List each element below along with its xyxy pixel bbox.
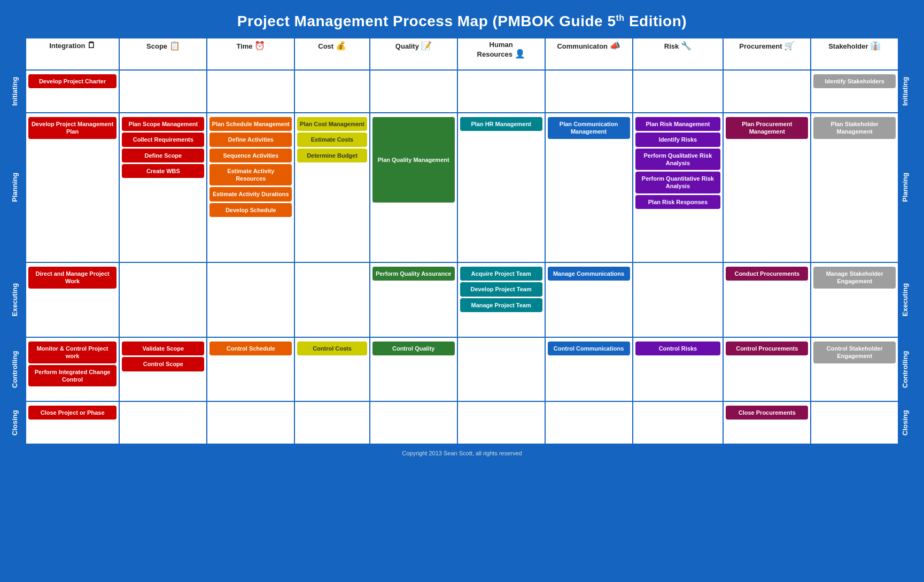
planning-cost: Plan Cost Management Estimate Costs Dete… [294, 113, 370, 262]
page-title: Project Management Process Map (PMBOK Gu… [5, 5, 919, 35]
proc-plan-cost-mgmt: Plan Cost Management [297, 117, 367, 131]
proc-define-scope: Define Scope [122, 149, 204, 162]
proc-control-scope: Control Scope [122, 357, 204, 371]
planning-integration: Develop Project Management Plan [26, 113, 120, 262]
proc-control-stakeholder-engagement: Control Stakeholder Engagement [813, 342, 896, 363]
closing-risk [633, 401, 724, 444]
header-cost: Cost 💰 [294, 38, 370, 70]
closing-quality [370, 401, 457, 444]
proc-monitor-control-project-work: Monitor & Control Project work [28, 342, 117, 363]
proc-manage-communications: Manage Communications [548, 267, 630, 281]
header-scope: Scope 📋 [119, 38, 207, 70]
planning-hr: Plan HR Management [457, 113, 545, 262]
proc-conduct-procurements: Conduct Procurements [726, 267, 808, 281]
proc-quant-risk-analysis: Perform Quantitative Risk Analysis [635, 172, 721, 193]
planning-time: Plan Schedule Management Define Activiti… [207, 113, 294, 262]
proc-validate-scope: Validate Scope [122, 342, 204, 355]
header-procurement: Procurement 🛒 [723, 38, 811, 70]
proc-develop-charter: Develop Project Charter [28, 74, 117, 88]
proc-qual-risk-analysis: Perform Qualitative Risk Analysis [635, 149, 721, 170]
initiating-integration: Develop Project Charter [26, 70, 120, 113]
closing-row: Closing Close Project or Phase Close Pro… [8, 401, 916, 444]
initiating-time [207, 70, 294, 113]
header-time: Time ⏰ [207, 38, 294, 70]
proc-plan-procurement-mgmt: Plan Procurement Management [726, 117, 808, 139]
proc-plan-stakeholder-mgmt: Plan Stakeholder Management [813, 117, 896, 139]
proc-close-procurements: Close Procurements [726, 406, 808, 420]
header-comm: Communicaton 📣 [545, 38, 633, 70]
executing-hr: Acquire Project Team Develop Project Tea… [457, 262, 545, 337]
closing-cost [294, 401, 370, 444]
controlling-stakeholder: Control Stakeholder Engagement [811, 337, 898, 401]
closing-procurement: Close Procurements [723, 401, 811, 444]
executing-time [207, 262, 294, 337]
initiating-risk [633, 70, 724, 113]
header-quality: Quality 📝 [370, 38, 457, 70]
label-planning-left: Planning [8, 113, 26, 262]
proc-estimate-costs: Estimate Costs [297, 133, 367, 146]
label-controlling-left: Controlling [8, 337, 26, 401]
proc-perform-integrated-change-control: Perform Integrated Change Control [28, 365, 117, 387]
executing-stakeholder: Manage Stakeholder Engagement [811, 262, 898, 337]
proc-plan-schedule-mgmt: Plan Schedule Management [209, 117, 292, 131]
controlling-scope: Validate Scope Control Scope [119, 337, 207, 401]
controlling-cost: Control Costs [294, 337, 370, 401]
label-initiating-right: Initiating [898, 70, 916, 113]
proc-plan-scope-mgmt: Plan Scope Management [122, 117, 204, 131]
proc-perform-quality-assurance: Perform Quality Assurance [372, 267, 455, 281]
initiating-stakeholder: Identify Stakeholders [811, 70, 898, 113]
initiating-row: Initiating Develop Project Charter Ident… [8, 70, 916, 113]
proc-control-costs: Control Costs [297, 342, 367, 355]
planning-stakeholder: Plan Stakeholder Management [811, 113, 898, 262]
proc-manage-project-team: Manage Project Team [460, 298, 542, 312]
proc-define-activities: Define Activities [209, 133, 292, 146]
planning-scope: Plan Scope Management Collect Requiremen… [119, 113, 207, 262]
proc-control-risks: Control Risks [635, 342, 721, 355]
controlling-time: Control Schedule [207, 337, 294, 401]
executing-row: Executing Direct and Manage Project Work… [8, 262, 916, 337]
proc-sequence-activities: Sequence Activities [209, 149, 292, 162]
closing-scope [119, 401, 207, 444]
proc-manage-stakeholder-engagement: Manage Stakeholder Engagement [813, 267, 896, 289]
proc-identify-risks: Identify Risks [635, 133, 721, 146]
controlling-integration: Monitor & Control Project work Perform I… [26, 337, 120, 401]
label-executing-right: Executing [898, 262, 916, 337]
closing-time [207, 401, 294, 444]
controlling-comm: Control Communications [545, 337, 633, 401]
proc-control-schedule: Control Schedule [209, 342, 292, 355]
proc-plan-hr-mgmt: Plan HR Management [460, 117, 542, 131]
proc-determine-budget: Determine Budget [297, 149, 367, 162]
executing-cost [294, 262, 370, 337]
planning-procurement: Plan Procurement Management [723, 113, 811, 262]
proc-collect-req: Collect Requirements [122, 133, 204, 146]
label-initiating-left: Initiating [8, 70, 26, 113]
initiating-hr [457, 70, 545, 113]
planning-row: Planning Develop Project Management Plan… [8, 113, 916, 262]
controlling-row: Controlling Monitor & Control Project wo… [8, 337, 916, 401]
proc-direct-manage-project-work: Direct and Manage Project Work [28, 267, 117, 289]
header-hr: HumanResources 👤 [457, 38, 545, 70]
proc-develop-pm-plan: Develop Project Management Plan [28, 117, 117, 139]
closing-stakeholder [811, 401, 898, 444]
header-risk: Risk 🔧 [633, 38, 724, 70]
initiating-comm [545, 70, 633, 113]
initiating-procurement [723, 70, 811, 113]
proc-create-wbs: Create WBS [122, 164, 204, 178]
proc-estimate-activity-resources: Estimate Activity Resources [209, 164, 292, 186]
controlling-quality: Control Quality [370, 337, 457, 401]
proc-plan-comm-mgmt: Plan Communication Management [548, 117, 630, 139]
proc-estimate-activity-durations: Estimate Activity Durations [209, 187, 292, 201]
proc-control-communications: Control Communications [548, 342, 630, 355]
executing-risk [633, 262, 724, 337]
label-executing-left: Executing [8, 262, 26, 337]
initiating-quality [370, 70, 457, 113]
executing-scope [119, 262, 207, 337]
label-planning-right: Planning [898, 113, 916, 262]
controlling-procurement: Control Procurements [723, 337, 811, 401]
proc-develop-project-team: Develop Project Team [460, 282, 542, 296]
closing-hr [457, 401, 545, 444]
copyright: Copyright 2013 Sean Scott, all rights re… [5, 447, 919, 457]
planning-risk: Plan Risk Management Identify Risks Perf… [633, 113, 724, 262]
planning-quality: Plan Quality Management [370, 113, 457, 262]
header-row: Integration 🗒 Scope 📋 Time ⏰ Cost 💰 Qual… [8, 38, 916, 70]
